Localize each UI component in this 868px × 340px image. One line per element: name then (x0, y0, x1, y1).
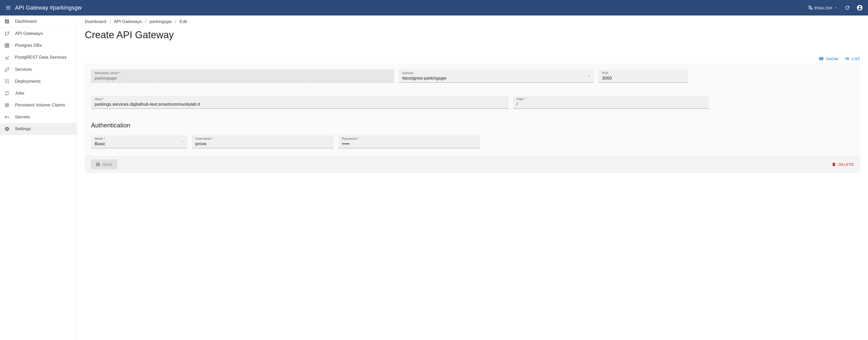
sidebar-item-deployments[interactable]: Deployments (0, 75, 77, 87)
refresh-button[interactable] (842, 3, 852, 13)
host-input[interactable] (95, 102, 505, 107)
field-label: Service (402, 71, 413, 75)
svg-point-16 (8, 81, 9, 82)
list-icon (844, 56, 850, 61)
username-field[interactable]: Username * (192, 135, 334, 148)
mode-field[interactable]: Mode * Basic (91, 135, 187, 148)
page-actions: SHOW LIST (77, 40, 868, 63)
host-field[interactable]: Host * (91, 96, 508, 109)
field-label: Password * (342, 137, 359, 141)
breadcrumb-link[interactable]: parkingsgw (149, 19, 172, 24)
sidebar-item-services[interactable]: Services (0, 64, 77, 75)
delete-label: DELETE (838, 162, 854, 167)
svg-point-19 (8, 82, 9, 83)
sidebar-item-persistent-volume-claims[interactable]: Persistent Volume Claims (0, 99, 77, 111)
apps-icon (4, 78, 10, 84)
sidebar-item-dashboard[interactable]: Dashboard (0, 15, 77, 27)
sidebar-item-label: PostgREST Data Services (15, 55, 66, 60)
svg-point-11 (5, 79, 6, 80)
breadcrumb-link[interactable]: API Gateways (114, 19, 142, 24)
svg-point-12 (6, 79, 7, 80)
sync-icon (4, 91, 10, 96)
sidebar-item-postgrest-data-services[interactable]: PostgREST Data Services (0, 52, 77, 63)
account-button[interactable] (855, 3, 865, 13)
sidebar-item-api-gateways[interactable]: API Gateways (0, 28, 77, 39)
path-input[interactable] (517, 102, 706, 107)
path-field[interactable]: Path * (513, 96, 709, 109)
field-value: parkingsgw (95, 76, 117, 80)
show-label: SHOW (826, 57, 838, 61)
save-button[interactable]: SAVE (91, 160, 117, 169)
breadcrumb-separator: / (145, 19, 146, 24)
dashboard-icon (4, 19, 10, 24)
svg-point-14 (5, 81, 6, 82)
list-button[interactable]: LIST (844, 56, 860, 61)
service-field[interactable]: Service #postgrest-parkingsgw (399, 69, 594, 83)
form-card: Metadata name * parkingsgw Service #post… (85, 63, 860, 172)
form-footer: SAVE DELETE (85, 156, 860, 172)
svg-point-21 (6, 105, 8, 106)
sidebar-item-label: Secrets (15, 114, 30, 120)
username-input[interactable] (195, 141, 330, 146)
sidebar-item-label: Settings (15, 126, 31, 132)
dropdown-arrow-icon (181, 140, 184, 143)
field-label: Username * (195, 137, 213, 141)
port-field[interactable]: Port (598, 69, 688, 83)
sidebar-item-label: Postgres DBs (15, 43, 42, 48)
breadcrumb-separator: / (175, 19, 176, 24)
grid-icon (4, 43, 10, 48)
metadata-name-field: Metadata name * parkingsgw (91, 69, 394, 83)
route-icon (4, 31, 10, 36)
breadcrumb: Dashboard / API Gateways / parkingsgw / … (77, 19, 868, 25)
hamburger-menu-button[interactable] (3, 3, 13, 13)
save-label: SAVE (102, 162, 113, 167)
refresh-icon (844, 5, 850, 10)
svg-point-3 (5, 35, 6, 35)
list-label: LIST (852, 57, 860, 61)
svg-rect-5 (5, 44, 9, 47)
delete-button[interactable]: DELETE (832, 162, 854, 167)
show-button[interactable]: SHOW (818, 56, 838, 61)
sidebar-item-settings[interactable]: Settings (0, 123, 77, 135)
field-label: Path * (517, 97, 526, 101)
eye-icon (818, 56, 824, 61)
svg-point-22 (5, 116, 7, 118)
link-icon (4, 67, 10, 72)
field-label: Port (602, 71, 608, 75)
breadcrumb-link[interactable]: Dashboard (85, 19, 106, 24)
field-label: Host * (95, 97, 104, 101)
sidebar-item-label: API Gateways (15, 31, 43, 36)
sidebar-item-secrets[interactable]: Secrets (0, 111, 77, 123)
trend-icon (4, 55, 10, 60)
disc-icon (4, 102, 10, 108)
language-label: ENGLISH (814, 6, 832, 10)
svg-point-17 (5, 82, 6, 83)
hamburger-icon (5, 5, 11, 10)
password-field[interactable]: Password * (338, 135, 480, 148)
svg-point-4 (8, 32, 8, 33)
dropdown-arrow-icon (588, 74, 591, 77)
sidebar-item-label: Services (15, 67, 32, 72)
gear-icon (4, 126, 10, 132)
breadcrumb-current: Edit (180, 19, 187, 24)
svg-point-15 (6, 81, 7, 82)
auth-section-heading: Authentication (91, 122, 854, 129)
key-icon (4, 114, 10, 120)
field-label: Metadata name * (95, 71, 120, 75)
translate-icon (808, 5, 813, 10)
password-input[interactable] (342, 141, 477, 146)
save-icon (96, 162, 100, 167)
port-input[interactable] (602, 76, 684, 81)
sidebar-item-label: Deployments (15, 79, 40, 84)
main-content: Dashboard / API Gateways / parkingsgw / … (77, 15, 868, 340)
sidebar-item-postgres-dbs[interactable]: Postgres DBs (0, 39, 77, 52)
chevron-down-icon (834, 6, 837, 9)
sidebar-item-jobs[interactable]: Jobs (0, 87, 77, 99)
trash-icon (832, 162, 836, 167)
language-selector[interactable]: ENGLISH (805, 4, 840, 12)
header-right: ENGLISH (805, 3, 865, 13)
breadcrumb-separator: / (110, 19, 111, 24)
field-value: Basic (95, 141, 105, 146)
field-value: #postgrest-parkingsgw (402, 76, 446, 80)
header-title: API Gateway #parkingsgw (15, 4, 805, 11)
